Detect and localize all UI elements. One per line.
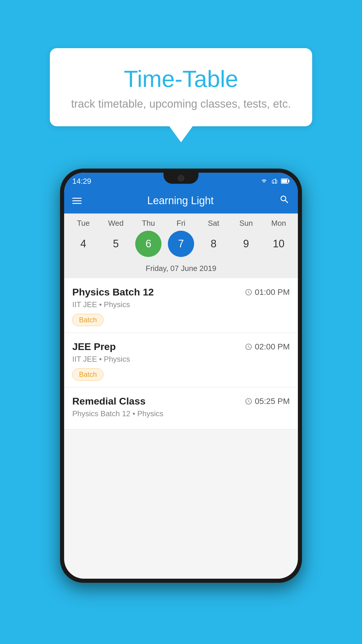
class-time-text: 01:00 PM bbox=[255, 288, 290, 297]
calendar-date-label: Friday, 07 June 2019 bbox=[64, 262, 298, 278]
clock-icon bbox=[245, 343, 252, 351]
day-6-today[interactable]: 6 bbox=[135, 231, 161, 257]
batch-tag: Batch bbox=[72, 314, 103, 326]
class-name: JEE Prep bbox=[72, 341, 116, 352]
class-time-text: 02:00 PM bbox=[255, 342, 290, 351]
app-bar: Learning Light bbox=[64, 188, 298, 214]
class-item-remedial-class[interactable]: Remedial Class 05:25 PM Physics Batch 12… bbox=[64, 387, 298, 430]
class-subject: IIT JEE • Physics bbox=[72, 355, 290, 364]
day-8[interactable]: 8 bbox=[201, 231, 227, 257]
day-header-sat: Sat bbox=[201, 219, 227, 228]
class-time-text: 05:25 PM bbox=[255, 397, 290, 406]
search-button[interactable] bbox=[279, 194, 290, 207]
phone-screen: 14:29 bbox=[64, 173, 298, 579]
speech-bubble-tail bbox=[169, 126, 193, 142]
class-item-header: Physics Batch 12 01:00 PM bbox=[72, 286, 290, 298]
class-subject: Physics Batch 12 • Physics bbox=[72, 409, 290, 418]
class-item-header: Remedial Class 05:25 PM bbox=[72, 396, 290, 407]
class-item-physics-batch-12[interactable]: Physics Batch 12 01:00 PM IIT JEE • Phys… bbox=[64, 278, 298, 333]
svg-rect-1 bbox=[282, 179, 287, 183]
day-10[interactable]: 10 bbox=[266, 231, 292, 257]
day-headers: Tue Wed Thu Fri Sat Sun Mon bbox=[64, 219, 298, 228]
day-4[interactable]: 4 bbox=[70, 231, 96, 257]
day-header-fri: Fri bbox=[168, 219, 194, 228]
phone-notch bbox=[164, 173, 198, 184]
class-item-header: JEE Prep 02:00 PM bbox=[72, 341, 290, 352]
class-time: 01:00 PM bbox=[245, 288, 290, 297]
phone-mockup: 14:29 bbox=[60, 169, 302, 583]
class-time: 05:25 PM bbox=[245, 397, 290, 406]
app-title: Learning Light bbox=[89, 195, 272, 207]
day-9[interactable]: 9 bbox=[233, 231, 259, 257]
speech-bubble-title: Time-Table bbox=[61, 66, 301, 92]
hamburger-menu-icon[interactable] bbox=[72, 198, 82, 204]
class-name: Remedial Class bbox=[72, 396, 145, 407]
speech-bubble: Time-Table track timetable, upcoming cla… bbox=[50, 48, 312, 126]
day-header-mon: Mon bbox=[266, 219, 292, 228]
batch-tag: Batch bbox=[72, 368, 103, 381]
day-header-thu: Thu bbox=[135, 219, 161, 228]
class-name: Physics Batch 12 bbox=[72, 286, 154, 298]
battery-icon bbox=[281, 178, 290, 184]
class-item-jee-prep[interactable]: JEE Prep 02:00 PM IIT JEE • Physics Batc… bbox=[64, 333, 298, 387]
status-time: 14:29 bbox=[72, 177, 91, 186]
status-icons bbox=[260, 178, 290, 184]
class-subject: IIT JEE • Physics bbox=[72, 300, 290, 309]
day-5[interactable]: 5 bbox=[103, 231, 129, 257]
clock-icon bbox=[245, 288, 252, 296]
wifi-icon bbox=[260, 178, 268, 184]
day-header-wed: Wed bbox=[103, 219, 129, 228]
day-header-sun: Sun bbox=[233, 219, 259, 228]
day-7-selected[interactable]: 7 bbox=[168, 231, 194, 257]
day-header-tue: Tue bbox=[70, 219, 96, 228]
phone-outer: 14:29 bbox=[60, 169, 302, 583]
speech-bubble-container: Time-Table track timetable, upcoming cla… bbox=[50, 48, 312, 142]
class-time: 02:00 PM bbox=[245, 342, 290, 351]
class-list: Physics Batch 12 01:00 PM IIT JEE • Phys… bbox=[64, 278, 298, 430]
signal-icon bbox=[270, 178, 279, 184]
speech-bubble-subtitle: track timetable, upcoming classes, tests… bbox=[61, 98, 301, 110]
day-numbers: 4 5 6 7 8 9 10 bbox=[64, 231, 298, 257]
camera bbox=[178, 175, 184, 181]
calendar-strip: Tue Wed Thu Fri Sat Sun Mon 4 5 6 7 8 9 … bbox=[64, 214, 298, 278]
svg-rect-2 bbox=[289, 180, 289, 182]
clock-icon bbox=[245, 398, 252, 405]
